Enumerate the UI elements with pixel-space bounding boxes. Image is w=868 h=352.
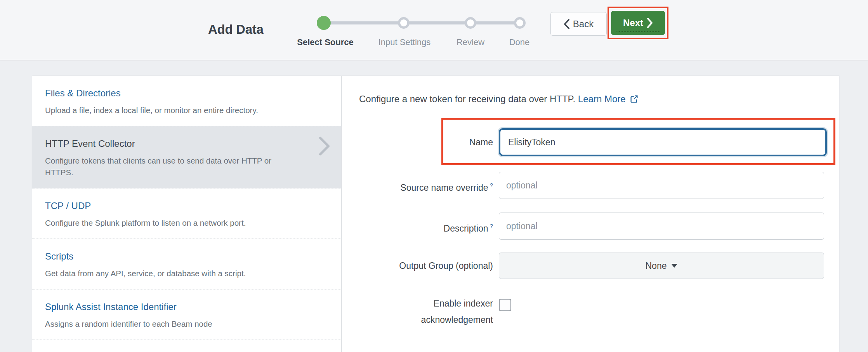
description-label-text: Description [444,223,488,234]
output-group-selected-value: None [646,261,667,271]
content-card: Files & Directories Upload a file, index… [32,76,839,352]
description-label: Description? [342,213,493,242]
source-list: Files & Directories Upload a file, index… [32,76,342,352]
source-item-http-event-collector[interactable]: HTTP Event Collector Configure tokens th… [32,126,341,188]
token-form-pane: Configure a new token for receiving data… [342,76,839,352]
source-item-description: Configure the Splunk platform to listen … [45,217,326,229]
step-circle-review [465,17,476,29]
output-group-dropdown[interactable]: None [499,253,824,279]
step-label-select-source: Select Source [297,37,354,47]
indexer-ack-label: Enable indexer acknowledgement [380,295,493,328]
source-item-systemd-journald[interactable]: Systemd Journald Input for Splunk [32,340,341,352]
source-item-title: Scripts [45,250,326,263]
back-chevron-icon [564,19,569,29]
next-button-annotation: Next [608,7,668,39]
source-item-title: TCP / UDP [45,200,326,212]
step-circle-input-settings [398,17,410,29]
source-item-splunk-assist[interactable]: Splunk Assist Instance Identifier Assign… [32,289,341,340]
step-track [324,21,520,24]
source-item-description: Upload a file, index a local file, or mo… [45,105,326,116]
help-question-icon[interactable]: ? [490,182,493,188]
description-input[interactable] [499,213,824,240]
back-button[interactable]: Back [550,12,607,36]
source-item-title: HTTP Event Collector [45,138,326,150]
intro-text: Configure a new token for receiving data… [359,94,639,106]
step-circle-done [514,17,526,29]
source-name-override-input[interactable] [499,172,824,199]
source-name-override-label: Source name override? [342,172,493,201]
next-chevron-icon [647,18,653,28]
source-item-files-directories[interactable]: Files & Directories Upload a file, index… [32,76,341,126]
name-label: Name [359,128,493,156]
source-item-tcp-udp[interactable]: TCP / UDP Configure the Splunk platform … [32,188,341,239]
source-name-override-label-text: Source name override [400,183,488,193]
help-question-icon[interactable]: ? [490,223,493,229]
learn-more-link[interactable]: Learn More [578,94,639,104]
step-circle-select-source [317,16,331,30]
next-button-label: Next [623,17,643,28]
source-item-scripts[interactable]: Scripts Get data from any API, service, … [32,239,341,289]
source-item-title: Splunk Assist Instance Identifier [45,301,326,313]
step-label-input-settings: Input Settings [378,37,431,47]
chevron-right-icon [319,136,330,157]
wizard-header: Add Data Select Source Input Settings Re… [0,0,868,60]
indexer-ack-checkbox[interactable] [499,299,511,311]
caret-down-icon [671,264,677,268]
intro-text-content: Configure a new token for receiving data… [359,94,575,104]
source-item-description: Assigns a random identifier to each Beam… [45,318,326,330]
source-item-description: Get data from any API, service, or datab… [45,268,326,279]
output-group-label: Output Group (optional) [342,253,493,279]
step-label-review: Review [457,37,484,47]
external-link-icon [630,95,639,105]
back-button-label: Back [573,19,594,30]
next-button[interactable]: Next [611,11,665,35]
source-item-description: Configure tokens that clients can use to… [45,155,326,178]
name-input[interactable] [499,128,827,156]
step-label-done: Done [509,37,530,47]
source-item-title: Files & Directories [45,87,326,99]
page-title: Add Data [208,22,263,37]
learn-more-label: Learn More [578,94,626,104]
